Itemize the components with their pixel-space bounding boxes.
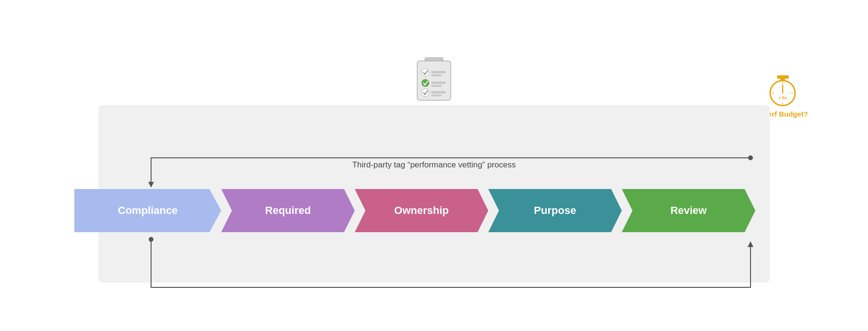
clipboard-icon [415, 57, 453, 103]
top-feedback-arrow [113, 153, 755, 189]
chevron-purpose: Purpose [488, 189, 622, 232]
svg-rect-6 [431, 82, 446, 84]
svg-marker-20 [148, 182, 154, 188]
svg-rect-4 [431, 74, 442, 76]
chevron-ownership: Ownership [355, 189, 488, 232]
svg-rect-13 [777, 75, 789, 79]
arrows-row: Compliance Required Ownership Purpose Re… [113, 189, 755, 232]
svg-point-8 [422, 89, 429, 96]
chevron-required: Required [221, 189, 354, 232]
svg-text:< 5s: < 5s [778, 95, 787, 100]
svg-rect-3 [431, 71, 446, 73]
chevron-review: Review [622, 189, 755, 232]
svg-rect-9 [431, 91, 446, 94]
svg-rect-7 [431, 85, 442, 87]
svg-point-5 [422, 79, 429, 87]
svg-point-22 [149, 237, 153, 242]
svg-marker-23 [748, 241, 753, 247]
main-container: < 5s Add to Perf Budget? Third-party tag… [98, 62, 770, 292]
svg-point-21 [748, 155, 753, 160]
diagram-box: Third-party tag “performance vetting” pr… [98, 105, 770, 283]
chevron-compliance: Compliance [74, 189, 221, 232]
svg-point-2 [422, 69, 429, 76]
bottom-feedback-arrow [113, 235, 755, 292]
timer-icon: < 5s [767, 71, 798, 107]
process-title: Third-party tag “performance vetting” pr… [98, 160, 770, 170]
svg-rect-10 [431, 95, 442, 96]
